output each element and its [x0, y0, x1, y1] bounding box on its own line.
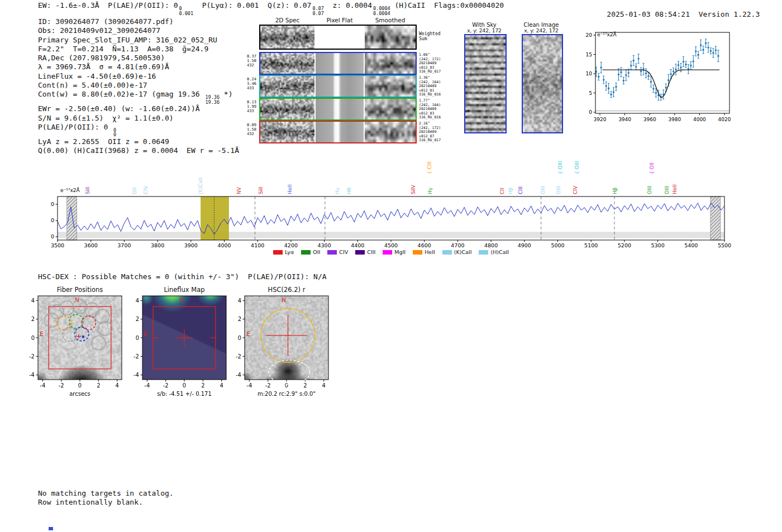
twod-spec-cell [260, 26, 314, 49]
y-tick-label: 10 [586, 71, 593, 76]
data-point [618, 74, 619, 75]
row-fiber-labels: 1.36"(242, 164)20210409v012_01316_RU_016 [419, 76, 446, 97]
twod-spec-cell [260, 76, 314, 97]
info-line: Cont(n) = 5.40(±0.00)e-17 [38, 81, 239, 90]
emission-line-label: OIII [647, 186, 652, 194]
legend-item: OII [301, 249, 320, 255]
x-tick-label: 5400 [684, 242, 698, 248]
legend-label: CIV [339, 249, 348, 255]
data-point [655, 92, 657, 94]
stacked-value: 19.3619.36 [205, 95, 220, 104]
weighted-label-line2: Sum [419, 36, 441, 41]
row-fiber-labels: 1.06"(242, 172)20210409v012_03316_RU_017 [419, 53, 446, 74]
data-point [645, 73, 647, 74]
y-tick-label: -2 [133, 353, 139, 360]
x-tick-label: 4 [220, 382, 223, 389]
full-spectrum-chart: 3500360037003800390040004100420043004400… [50, 152, 732, 261]
x-tick-label: 3980 [668, 117, 681, 122]
x-tick-label: -4 [144, 382, 150, 389]
clean-image [522, 34, 563, 133]
fit-plot-bg [595, 32, 729, 113]
data-point [665, 87, 666, 88]
stacked-value: 00.001 [179, 6, 193, 16]
stacked-sub: 0.07 [312, 11, 323, 16]
text-segment: EWr = -2.50(±0.40) (w: -1.60(±0.24))Å [38, 104, 200, 113]
east-label: E [40, 330, 44, 337]
legend-item: HeII [413, 249, 435, 255]
emission-line-label: (K)CaII [198, 178, 203, 194]
data-point [685, 64, 686, 65]
emission-line-label: HeII [287, 184, 293, 194]
data-point [640, 70, 642, 72]
row-weight-value: 3.46 [247, 82, 258, 86]
x-tick-label: 3920 [594, 117, 607, 122]
row-fiber-labels: 1.77"(242, 164)20210409v012_03316_RU_016 [419, 99, 446, 120]
text-segment: ID: 3090264077 (3090264077.pdf) [38, 17, 174, 26]
neighbor-ellipse [269, 360, 309, 384]
hsc-dex-matches-line: HSC-DEX : Possible Matches = 0 (within +… [38, 272, 327, 281]
spec-strip-canvas [260, 76, 314, 97]
emission-line-label: { OIII [557, 161, 563, 174]
spec-strip-canvas [365, 99, 416, 119]
x-tick-label: 0 [183, 382, 186, 389]
x-tick-label: 4600 [418, 242, 431, 248]
legend-label: (H)CaII [490, 249, 509, 255]
row-weight-value: 1.99 [247, 104, 258, 109]
legend-label: CIII [367, 249, 375, 255]
spec-strip-canvas [365, 53, 416, 74]
text-segment: λ = 3969.73Å σ = 4.81(±0.69)Å [38, 63, 169, 71]
fiber-circle [60, 301, 74, 315]
x-tick-label: 4 [115, 382, 118, 389]
row-weight-value: 0.24 [247, 77, 258, 82]
x-tick-label: 4200 [284, 242, 298, 248]
twod-spec-row [259, 25, 417, 50]
row-weight-value: 0.09 [247, 123, 258, 127]
y-tick-label: -2 [236, 353, 241, 360]
emission-line-label: NV [236, 186, 242, 194]
row-weight-value: 1.58 [247, 127, 258, 132]
info-line: S/N = 9.6(±1.5) χ² = 1.1(±0.0) [38, 114, 239, 123]
twod-spec-cell [260, 53, 314, 74]
selected-fiber-circle [75, 327, 89, 341]
x-tick-label: 2 [303, 382, 307, 389]
row-weight-value: 0.37 [247, 54, 258, 59]
data-point [652, 88, 654, 89]
with-sky-coords: x, y: 242, 172 [460, 28, 508, 33]
stacked-value: 0.00040.0004 [373, 6, 390, 16]
text-segment: z: 0.0004 [324, 1, 372, 9]
legend-item: CIII [355, 249, 375, 255]
row-weight-labels: 0.131.99433 [247, 100, 258, 113]
clean-image-canvas [523, 35, 562, 132]
info-line: λ = 3969.73Å σ = 4.81(±0.69)Å [38, 63, 239, 71]
x-tick-label: 4 [322, 382, 325, 389]
info-line: Primary Spec_Slot_IFU_AMP: 316_022_052_R… [38, 36, 239, 45]
panel-xlabel: m:20.2 rc:2.9" s:0.0" [258, 391, 316, 397]
emission-line-label: Hγ [335, 187, 340, 194]
data-point [702, 49, 704, 51]
legend-swatch [301, 250, 311, 255]
data-point [697, 54, 699, 55]
emission-line-label: SiII [258, 186, 264, 194]
elixer-report: EW: -1.6±-0.3Å P(LAE)/P(OII): 000.001 P(… [0, 0, 782, 532]
emission-line-label: CII [499, 188, 505, 194]
legend-item: Lyα [273, 249, 294, 255]
twod-spec-row [259, 52, 417, 75]
y-tick-label: -2 [29, 353, 35, 360]
legend-item: MgII [383, 249, 406, 255]
emission-line-label: Hδ [346, 187, 352, 194]
legend-label: HeII [425, 249, 435, 255]
twod-spec-row [259, 121, 417, 143]
row-weight-value: 432 [247, 132, 258, 136]
legend-swatch [442, 250, 452, 255]
report-version: Version 1.22.3 [699, 10, 760, 18]
x-tick-label: 3940 [618, 117, 631, 122]
stacked-sub: 19.36 [205, 100, 220, 105]
data-point [673, 70, 674, 72]
text-segment: EW: -1.6±-0.3Å P(LAE)/P(OII): 0 [38, 1, 178, 9]
data-point [683, 61, 684, 63]
data-point [620, 71, 622, 73]
row-weight-value: 0.13 [247, 100, 258, 104]
selected-fiber-circle [69, 314, 83, 328]
legend-swatch [355, 250, 365, 255]
data-point [715, 49, 717, 51]
